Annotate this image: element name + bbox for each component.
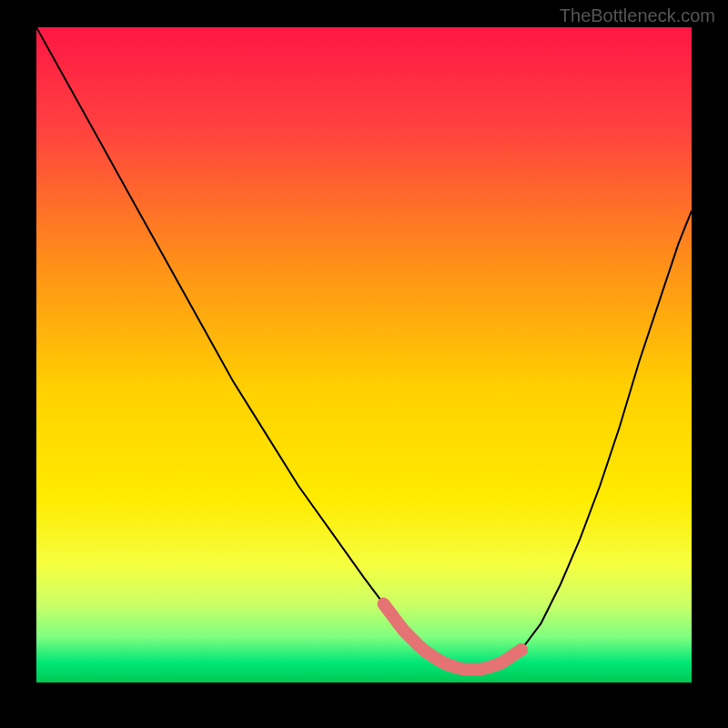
watermark-text: TheBottleneck.com bbox=[560, 5, 715, 26]
bottleneck-curve bbox=[36, 27, 692, 670]
curve-layer bbox=[36, 27, 692, 682]
optimal-range-highlight bbox=[384, 604, 521, 670]
plot-area bbox=[36, 27, 692, 682]
highlight-end-dot bbox=[515, 643, 528, 656]
chart-container: TheBottleneck.com bbox=[0, 0, 728, 728]
